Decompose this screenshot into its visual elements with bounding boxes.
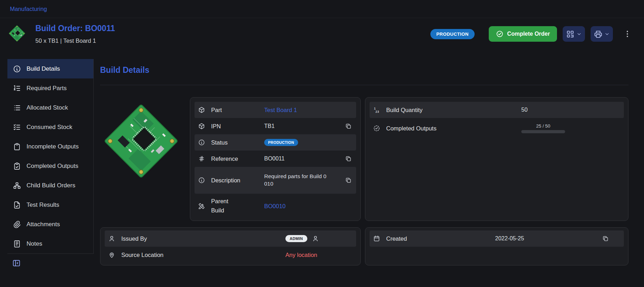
list-icon — [13, 104, 21, 112]
complete-order-label: Complete Order — [507, 31, 550, 37]
page-title: Build Order: BO0011 — [35, 24, 115, 33]
status-badge: PRODUCTION — [430, 29, 475, 39]
header-actions: PRODUCTION Complete Order — [430, 26, 633, 42]
detail-row-issued-by: Issued By ADMIN — [105, 230, 356, 247]
page-subtitle: 50 x TB1 | Test Board 1 — [35, 37, 115, 44]
detail-row-parent-build: Parent Build BO0010 — [195, 194, 356, 218]
sidebar-item-label: Build Details — [27, 65, 60, 72]
main-content: Build Details Part Test Board 1 — [100, 59, 644, 265]
notes-icon — [13, 240, 21, 248]
sidebar-collapse-icon — [12, 259, 21, 268]
copy-button[interactable] — [344, 176, 353, 184]
parent-build-link[interactable]: BO0010 — [264, 203, 286, 210]
detail-label: Build Quantity — [386, 107, 521, 113]
breadcrumb: Manufacturing — [0, 0, 644, 18]
detail-row-reference: Reference BO0011 — [195, 151, 356, 167]
detail-label: Parent Build — [211, 197, 264, 215]
issue-info-card: Issued By ADMIN Source Location Any loca… — [100, 227, 361, 265]
chevron-down-icon — [576, 31, 582, 37]
copy-button[interactable] — [344, 154, 353, 163]
part-thumbnail — [8, 24, 26, 43]
list-numbers-icon — [13, 84, 21, 93]
issued-by-badge: ADMIN — [285, 235, 307, 242]
sidebar-item-label: Notes — [27, 240, 42, 247]
part-image[interactable] — [100, 97, 182, 221]
detail-label: Status — [211, 139, 264, 146]
progress-check-icon — [373, 125, 386, 132]
sidebar-item-notes[interactable]: Notes — [7, 234, 93, 253]
detail-label: Completed Outputs — [386, 125, 521, 132]
barcode-actions-button[interactable] — [563, 26, 585, 42]
copy-button[interactable] — [344, 122, 353, 130]
detail-row-status: Status PRODUCTION — [195, 134, 356, 151]
detail-label: Reference — [211, 156, 264, 162]
sidebar-item-label: Required Parts — [27, 85, 66, 92]
print-actions-button[interactable] — [591, 26, 613, 42]
hash-icon — [198, 155, 211, 162]
details-grid: Part Test Board 1 IPN TB1 Stat — [100, 97, 628, 265]
sidebar-nav: Build Details Required Parts Allocated S… — [7, 59, 94, 254]
build-quantity-value: 50 — [521, 107, 528, 113]
clipboard-check-icon — [13, 162, 21, 170]
sidebar-item-label: Consumed Stock — [27, 124, 72, 131]
sidebar-item-test-results[interactable]: Test Results — [7, 195, 93, 215]
dots-vertical-icon — [623, 29, 632, 39]
detail-row-description: Description Required parts for Build 001… — [195, 167, 356, 194]
sidebar-item-child-build-orders[interactable]: Child Build Orders — [7, 176, 93, 195]
detail-row-created: Created 2022-05-25 — [370, 230, 624, 247]
sidebar-item-completed-outputs[interactable]: Completed Outputs — [7, 156, 93, 176]
source-location-value: Any location — [285, 252, 317, 258]
user-icon — [312, 235, 319, 242]
description-value: Required parts for Build 0010 — [264, 173, 329, 188]
sidebar-item-consumed-stock[interactable]: Consumed Stock — [7, 117, 93, 137]
sitemap-icon — [13, 181, 21, 190]
page-body: Build Details Required Parts Allocated S… — [0, 59, 644, 273]
detail-row-build-quantity: Build Quantity 50 — [370, 102, 624, 118]
sidebar-item-build-details[interactable]: Build Details — [7, 59, 93, 78]
sidebar-item-label: Completed Outputs — [27, 163, 78, 170]
detail-label: Part — [211, 107, 264, 113]
detail-row-completed-outputs: Completed Outputs 25 / 50 — [370, 118, 624, 139]
progress-track — [521, 130, 565, 133]
sidebar-item-allocated-stock[interactable]: Allocated Stock — [7, 98, 93, 117]
dates-card: Created 2022-05-25 — [365, 227, 628, 265]
detail-label: Source Location — [121, 252, 285, 258]
sidebar-item-incomplete-outputs[interactable]: Incomplete Outputs — [7, 137, 93, 156]
detail-label: Issued By — [121, 235, 285, 242]
package-icon — [198, 123, 211, 130]
circle-check-icon — [496, 30, 504, 38]
qrcode-icon — [566, 30, 575, 39]
collapse-sidebar-button[interactable] — [7, 254, 25, 273]
sidebar-item-required-parts[interactable]: Required Parts — [7, 78, 93, 98]
page-header: Build Order: BO0011 50 x TB1 | Test Boar… — [0, 18, 644, 51]
title-block: Build Order: BO0011 50 x TB1 | Test Boar… — [35, 24, 115, 44]
status-badge-small: PRODUCTION — [264, 139, 298, 146]
info-circle-icon — [13, 65, 21, 73]
copy-button[interactable] — [601, 234, 610, 243]
part-link[interactable]: Test Board 1 — [264, 107, 297, 113]
more-actions-button[interactable] — [621, 28, 633, 40]
detail-row-ipn: IPN TB1 — [195, 118, 356, 134]
ipn-value: TB1 — [264, 123, 274, 129]
build-details-card: Part Test Board 1 IPN TB1 Stat — [190, 97, 361, 221]
completed-outputs-progress: 25 / 50 — [521, 123, 565, 133]
sidebar-item-label: Child Build Orders — [27, 182, 75, 189]
detail-row-source-location: Source Location Any location — [105, 247, 356, 263]
detail-label: IPN — [211, 123, 264, 130]
clipboard-icon — [13, 142, 21, 151]
sidebar: Build Details Required Parts Allocated S… — [7, 59, 94, 273]
detail-label: Description — [211, 177, 264, 184]
calendar-icon — [373, 235, 386, 242]
info-circle-icon — [198, 177, 211, 184]
breadcrumb-manufacturing[interactable]: Manufacturing — [10, 6, 47, 12]
printer-icon — [594, 30, 603, 39]
list-check-icon — [13, 123, 21, 131]
file-check-icon — [13, 201, 21, 209]
build-info-card: Build Quantity 50 Completed Outputs 25 /… — [365, 97, 628, 221]
sidebar-item-attachments[interactable]: Attachments — [7, 215, 93, 234]
map-pin-icon — [108, 251, 121, 258]
package-icon — [198, 106, 211, 113]
paperclip-icon — [13, 220, 21, 229]
header-left: Build Order: BO0011 50 x TB1 | Test Boar… — [8, 24, 115, 44]
complete-order-button[interactable]: Complete Order — [489, 26, 557, 42]
